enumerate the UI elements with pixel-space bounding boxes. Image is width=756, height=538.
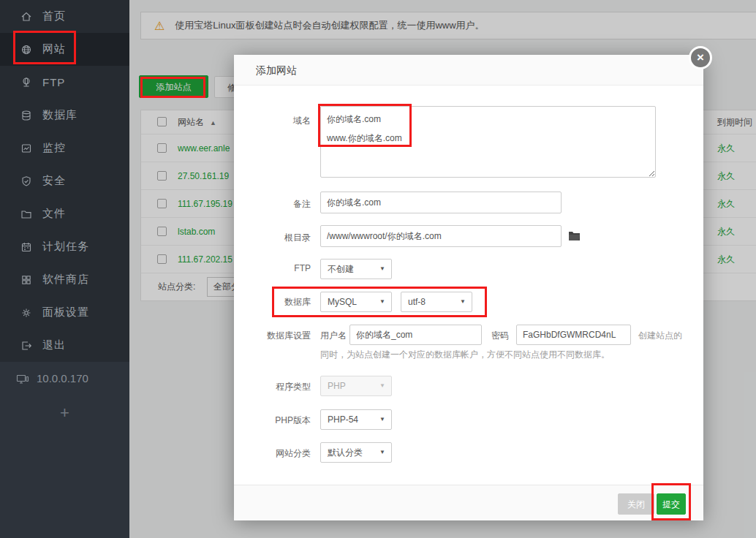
db-hint-line2: 同时，为站点创建一个对应的数据库帐户，方便不同站点使用不同数据库。 [320,349,610,361]
root-dir-input[interactable] [320,225,562,247]
chevron-down-icon: ▼ [379,292,385,311]
server-entry[interactable]: 10.0.0.170 [0,362,129,395]
sidebar-item-label: 数据库 [42,108,78,122]
site-category-label: 网站分类 [241,447,311,460]
chevron-down-icon: ▼ [379,376,385,395]
sidebar-item-label: 安全 [42,174,66,188]
chevron-down-icon: ▼ [379,259,385,279]
modal-title: 添加网站 [256,55,297,86]
sidebar-item-ftp[interactable]: FTP [0,66,129,99]
domain-textarea[interactable]: 你的域名.com www.你的域名.com [320,106,656,178]
home-icon [20,11,32,23]
globe-icon [20,44,32,56]
root-dir-label: 根目录 [241,232,311,244]
ftp-icon [20,77,32,88]
close-button[interactable]: 关闭 [618,493,654,515]
sidebar-item-settings[interactable]: 面板设置 [0,296,129,329]
gear-icon [20,307,32,319]
chevron-down-icon: ▼ [379,443,385,462]
sidebar-item-logout[interactable]: 退出 [0,329,129,362]
sidebar-item-appstore[interactable]: 软件商店 [0,263,129,296]
modal-footer: 关闭 提交 [234,485,703,520]
sidebar-item-label: 软件商店 [42,273,89,287]
program-type-label: 程序类型 [241,381,311,393]
add-website-modal: 添加网站 域名 你的域名.com www.你的域名.com 备注 根目录 FTP… [234,55,703,520]
database-charset-select[interactable]: utf-8▼ [401,292,472,312]
sidebar: 首页 网站 FTP 数据库 监控 安全 文件 计划任务 [0,0,129,538]
php-version-select[interactable]: PHP-54▼ [320,409,392,430]
submit-button[interactable]: 提交 [657,493,686,515]
sidebar-item-label: 计划任务 [42,240,89,254]
sidebar-item-label: FTP [42,76,65,88]
program-type-select: PHP▼ [320,376,392,396]
sidebar-item-cron[interactable]: 计划任务 [0,230,129,263]
sidebar-item-label: 面板设置 [42,306,89,319]
db-password-label: 密码 [491,330,509,342]
sidebar-item-files[interactable]: 文件 [0,197,129,230]
sidebar-item-security[interactable]: 安全 [0,164,129,197]
note-label: 备注 [241,198,311,211]
shield-icon [20,175,32,187]
folder-picker-icon[interactable] [568,230,581,241]
php-version-label: PHP版本 [241,414,311,427]
modal-close-icon[interactable]: × [689,46,712,69]
db-hint-line1: 创建站点的 [638,330,682,342]
sidebar-server-section: 10.0.0.170 + [0,362,129,538]
chevron-down-icon: ▼ [460,292,466,311]
sidebar-item-label: 退出 [42,338,66,352]
db-username-input[interactable] [349,325,482,345]
ftp-select[interactable]: 不创建▼ [320,259,392,279]
baota-panel-page: 首页 网站 FTP 数据库 监控 安全 文件 计划任务 [0,0,756,538]
calendar-icon [20,241,32,253]
modal-header: 添加网站 [234,55,703,86]
database-icon [20,110,32,121]
server-monitor-icon [16,373,29,384]
chevron-down-icon: ▼ [379,410,385,429]
sidebar-item-website[interactable]: 网站 [0,33,129,66]
domain-label: 域名 [241,115,311,127]
sidebar-item-database[interactable]: 数据库 [0,99,129,132]
server-ip-label: 10.0.0.170 [37,372,88,384]
site-category-select[interactable]: 默认分类▼ [320,442,392,463]
sidebar-item-home[interactable]: 首页 [0,0,129,33]
sidebar-item-label: 文件 [42,207,66,221]
folder-icon [20,208,32,220]
sidebar-item-label: 网站 [42,42,66,56]
note-input[interactable] [320,192,562,213]
database-type-select[interactable]: MySQL▼ [320,292,392,312]
db-username-label: 用户名 [320,330,347,342]
sidebar-item-monitor[interactable]: 监控 [0,132,129,164]
logout-icon [20,340,32,352]
db-password-input[interactable] [516,325,631,345]
db-setting-label: 数据库设置 [241,330,311,342]
appstore-icon [20,274,32,286]
ftp-label: FTP [241,263,311,273]
sidebar-item-label: 监控 [42,141,66,155]
database-label: 数据库 [241,296,311,308]
monitor-icon [20,143,32,154]
sidebar-item-label: 首页 [42,10,66,23]
add-server-button[interactable]: + [0,404,129,423]
